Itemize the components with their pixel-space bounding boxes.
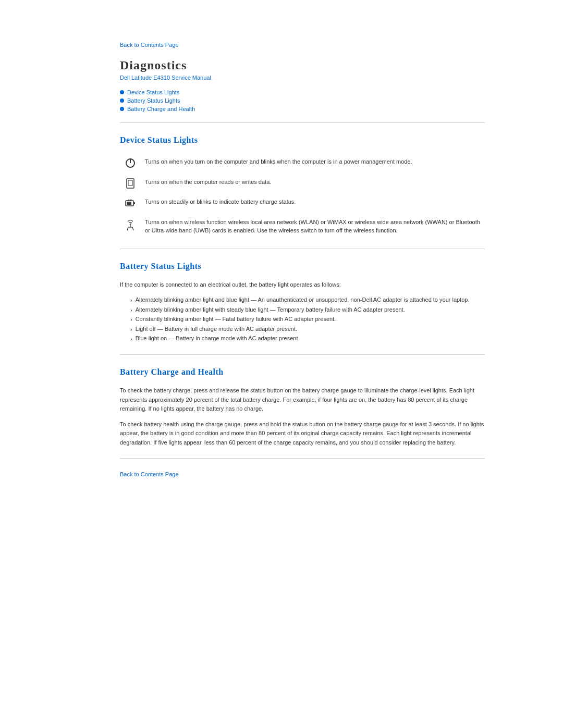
- toc-link-battery-charge[interactable]: Battery Charge and Health: [127, 106, 195, 112]
- drive-icon-cell: [120, 175, 141, 195]
- bottom-divider: [120, 458, 485, 459]
- battery-icon: [125, 198, 136, 209]
- power-description: Turns on when you turn on the computer a…: [141, 154, 485, 175]
- toc-bullet-2: [120, 98, 124, 103]
- battery-charge-paragraph-1: To check the battery charge, press and r…: [120, 386, 485, 414]
- list-item: Light off — Battery in full charge mode …: [130, 325, 485, 335]
- device-status-lights-title: Device Status Lights: [120, 135, 485, 145]
- toc-item-1: Device Status Lights: [120, 89, 485, 95]
- battery-status-lights-title: Battery Status Lights: [120, 262, 485, 271]
- battery-status-lights-section: Battery Status Lights If the computer is…: [120, 262, 485, 344]
- toc-item-2: Battery Status Lights: [120, 97, 485, 104]
- drive-icon: [125, 178, 136, 189]
- toc-list: Device Status Lights Battery Status Ligh…: [120, 89, 485, 112]
- battery-charge-paragraph-2: To check battery health using the charge…: [120, 420, 485, 448]
- top-divider: [120, 122, 485, 123]
- svg-line-12: [127, 227, 128, 230]
- list-item: Blue light on — Battery in charge mode w…: [130, 334, 485, 344]
- toc-bullet-3: [120, 107, 124, 111]
- device-icons-table: Turns on when you turn on the computer a…: [120, 154, 485, 238]
- battery-description: Turns on steadily or blinks to indicate …: [141, 194, 485, 215]
- svg-rect-6: [127, 202, 131, 205]
- svg-rect-3: [128, 180, 132, 186]
- toc-link-device-status[interactable]: Device Status Lights: [127, 89, 179, 95]
- wireless-description: Turns on when wireless function wireless…: [141, 215, 485, 238]
- list-item: Constantly blinking amber light — Fatal …: [130, 315, 485, 325]
- power-icon: [125, 157, 136, 169]
- mid-divider-2: [120, 354, 485, 355]
- battery-icon-cell: [120, 194, 141, 215]
- table-row: Turns on when you turn on the computer a…: [120, 154, 485, 175]
- list-item: Alternately blinking amber light and blu…: [130, 295, 485, 305]
- bottom-back-link-container: Back to Contents Page: [120, 471, 485, 488]
- battery-charge-health-section: Battery Charge and Health To check the b…: [120, 367, 485, 448]
- manual-subtitle: Dell Latitude E4310 Service Manual: [120, 75, 485, 81]
- table-row: Turns on steadily or blinks to indicate …: [120, 194, 485, 215]
- battery-status-intro: If the computer is connected to an elect…: [120, 280, 485, 290]
- battery-charge-health-title: Battery Charge and Health: [120, 367, 485, 377]
- drive-description: Turns on when the computer reads or writ…: [141, 175, 485, 195]
- page-title: Diagnostics: [120, 58, 485, 72]
- wireless-icon: [125, 218, 136, 231]
- list-item: Alternately blinking amber light with st…: [130, 305, 485, 315]
- mid-divider-1: [120, 249, 485, 249]
- toc-bullet-1: [120, 90, 124, 94]
- device-status-lights-section: Device Status Lights Turns on when you t…: [120, 135, 485, 238]
- svg-rect-5: [133, 202, 135, 204]
- svg-line-13: [132, 227, 133, 230]
- battery-status-list: Alternately blinking amber light and blu…: [130, 295, 485, 344]
- table-row: Turns on when the computer reads or writ…: [120, 175, 485, 195]
- svg-point-9: [130, 223, 131, 224]
- toc-item-3: Battery Charge and Health: [120, 106, 485, 112]
- bottom-back-link[interactable]: Back to Contents Page: [120, 471, 179, 477]
- top-back-link[interactable]: Back to Contents Page: [120, 42, 179, 48]
- power-icon-cell: [120, 154, 141, 175]
- wireless-icon-cell: [120, 215, 141, 238]
- table-row: Turns on when wireless function wireless…: [120, 215, 485, 238]
- toc-link-battery-status[interactable]: Battery Status Lights: [127, 97, 180, 104]
